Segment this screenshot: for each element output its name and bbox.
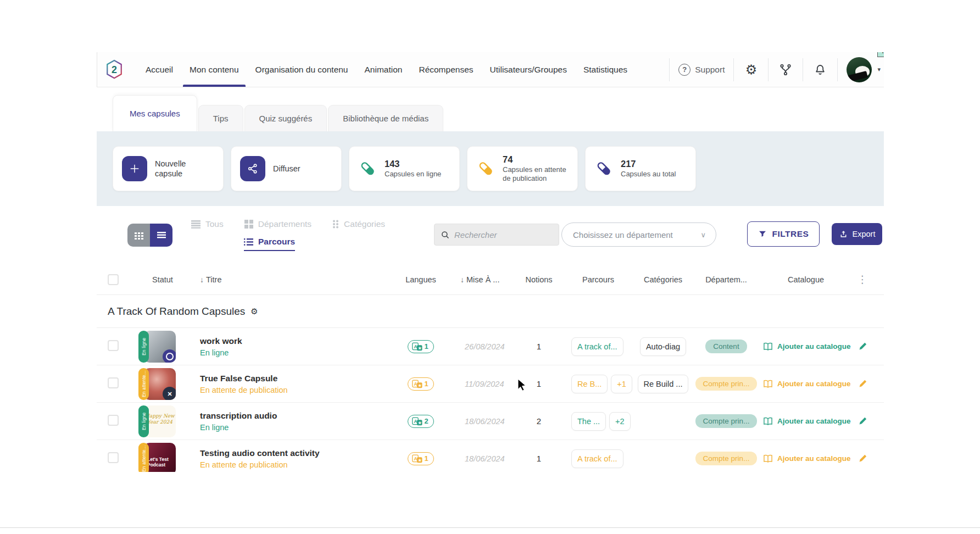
language-count: 1 [424,380,428,388]
catalogue-label: Ajouter au catalogue [777,417,851,425]
header-categories[interactable]: Catégories [633,275,693,284]
chevron-down-icon[interactable]: ▾ [877,66,881,73]
row-checkbox[interactable] [108,452,119,463]
nav-item-utilisateurs-groupes[interactable]: Utilisateurs/Groupes [490,52,567,87]
add-to-catalogue-link[interactable]: Ajouter au catalogue [759,416,853,426]
edit-pencil-icon[interactable] [853,379,873,389]
header-notions[interactable]: Notions [514,275,564,284]
tab-mes-capsules[interactable]: Mes capsules [113,95,197,131]
table-body: En ligne work work En ligne A ★ 1 26/08/… [97,328,884,472]
filters-button[interactable]: FILTRES [747,221,820,247]
header-langues[interactable]: Langues [393,275,448,284]
stat-value: 143 [385,159,400,169]
support-button[interactable]: ? Support [678,64,725,76]
table-header: Statut ↓Titre Langues ↓Mise À ... Notion… [97,264,884,295]
nav-item-animation[interactable]: Animation [365,52,403,87]
tab-bibliotheque-medias[interactable]: Bibliothèque de médias [328,105,443,131]
table-row[interactable]: En attente... Let's Test Podcast Testing… [97,440,884,472]
navbar-right: ? Support ⚙ ▾ [660,52,884,87]
edit-pencil-icon[interactable] [853,341,873,352]
chip[interactable]: The ... [571,412,606,431]
chip[interactable]: +1 [611,375,632,393]
integrations-branch-icon[interactable] [777,63,794,76]
group-title: A Track Of Random Capsules [108,305,245,318]
header-titre[interactable]: ↓Titre [193,275,393,284]
capsule-title[interactable]: Testing audio content activity [200,448,393,458]
question-circle-icon: ? [678,64,691,76]
svg-text:★: ★ [418,420,422,425]
nav-item-accueil[interactable]: Accueil [146,52,173,87]
chip[interactable]: Auto-diag [640,337,686,356]
catalogue-label: Ajouter au catalogue [777,380,851,388]
list-view-icon[interactable] [150,224,172,247]
header-parcours[interactable]: Parcours [564,275,633,284]
language-count: 1 [424,342,428,351]
nav-item-organisation[interactable]: Organisation du contenu [255,52,348,87]
new-capsule-label: Nouvelle capsule [155,159,215,179]
row-checkbox[interactable] [108,377,119,388]
chip[interactable]: +2 [609,412,631,431]
stats-panel: Nouvelle capsule Diffuser 143 Capsules e… [97,131,884,206]
categories-chips: Re Build ... [633,375,693,393]
table-row[interactable]: En attente... ✕ True False Capsule En at… [97,365,884,403]
select-all-checkbox[interactable] [108,274,119,285]
table-row[interactable]: En ligne Happy New Year 2024 transcripti… [97,403,884,440]
grid-view-icon[interactable] [127,224,150,247]
modal-menu-item[interactable]: Modal [877,52,884,57]
new-capsule-button[interactable]: Nouvelle capsule [113,146,224,191]
capsule-title[interactable]: transcription audio [200,411,393,421]
tab-tips[interactable]: Tips [198,105,243,131]
capsule-title[interactable]: work work [200,336,393,346]
department-select[interactable]: Choisissez un département ∨ [561,222,716,247]
catalogue-label: Ajouter au catalogue [777,454,851,463]
notifications-bell-icon[interactable] [812,63,828,76]
book-icon [762,416,773,426]
nav-item-statistiques[interactable]: Statistiques [583,52,627,87]
chip[interactable]: A track of... [571,449,623,468]
header-statut[interactable]: Statut [138,275,193,284]
lines-icon [191,220,201,229]
chip[interactable]: A track of... [571,337,623,356]
columns-menu-icon[interactable]: ⋮ [853,273,873,286]
header-departements[interactable]: Départem... [693,275,759,284]
row-checkbox[interactable] [108,415,119,426]
add-to-catalogue-link[interactable]: Ajouter au catalogue [759,342,853,351]
filter-funnel-icon [758,230,767,238]
view-link-tous[interactable]: Tous [191,219,224,229]
view-link-categories[interactable]: Catégories [332,219,385,229]
header-mise-a-jour[interactable]: ↓Mise À ... [448,275,514,284]
export-button[interactable]: Export [832,223,882,245]
edit-pencil-icon[interactable] [853,453,873,464]
view-link-departements[interactable]: Départements [244,219,311,229]
edit-pencil-icon[interactable] [853,416,873,426]
chip[interactable]: Re Build ... [638,375,689,393]
search-input[interactable] [454,230,552,240]
add-to-catalogue-link[interactable]: Ajouter au catalogue [759,379,853,388]
user-menu[interactable]: ▾ Modal [847,57,881,82]
view-mode-toggle [127,224,172,247]
language-count: 2 [424,417,428,425]
header-catalogue[interactable]: Catalogue [759,275,853,284]
add-to-catalogue-link[interactable]: Ajouter au catalogue [759,454,853,463]
capsule-pill-icon [594,160,613,177]
languages-pill: A ★ 1 [408,377,433,391]
support-label: Support [695,65,725,75]
app-logo-icon[interactable]: 2 [104,59,125,80]
group-header-row: A Track Of Random Capsules ⚙ [97,295,884,328]
svg-text:★: ★ [418,458,422,462]
chip[interactable]: Re B... [571,375,608,393]
group-settings-gear-icon[interactable]: ⚙ [250,307,258,316]
row-checkbox[interactable] [108,340,119,351]
table-row[interactable]: En ligne work work En ligne A ★ 1 26/08/… [97,328,884,365]
nav-item-mon-contenu[interactable]: Mon contenu [190,52,239,87]
grid-squares-icon [244,220,253,229]
view-link-parcours[interactable]: Parcours [244,237,295,251]
tab-quiz-suggeres[interactable]: Quiz suggérés [244,105,327,131]
nav-item-recompenses[interactable]: Récompenses [419,52,473,87]
user-avatar[interactable] [847,57,872,82]
capsule-title[interactable]: True False Capsule [200,374,393,383]
capsule-status-text: En ligne [200,423,393,432]
diffuse-button[interactable]: Diffuser [231,146,342,191]
capsule-status-text: En attente de publication [200,386,393,394]
settings-gear-icon[interactable]: ⚙ [743,63,759,76]
